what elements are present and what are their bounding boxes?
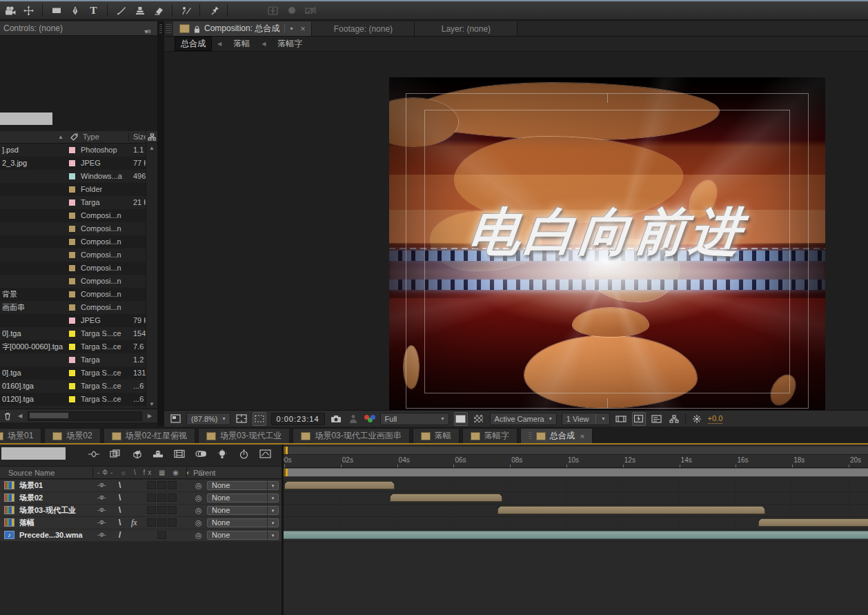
- project-preview-field[interactable]: [0, 113, 52, 125]
- dropdown-arrow-icon[interactable]: ▾: [267, 505, 278, 516]
- snapshot-camera-icon[interactable]: [330, 413, 342, 425]
- eraser-tool-icon[interactable]: [150, 3, 167, 18]
- motion-blur-icon[interactable]: [194, 448, 208, 460]
- project-file-row[interactable]: Composi...n: [0, 262, 146, 275]
- switch-checkbox[interactable]: [147, 518, 156, 527]
- fx-switch[interactable]: fx: [131, 517, 137, 528]
- label-color-swatch[interactable]: [69, 252, 75, 258]
- region-of-interest-icon[interactable]: [253, 412, 266, 426]
- switch-checkbox[interactable]: [157, 494, 166, 502]
- label-color-swatch[interactable]: [69, 357, 75, 363]
- switch-checkbox[interactable]: [157, 506, 166, 514]
- close-icon[interactable]: ×: [580, 432, 584, 440]
- switch-checkbox[interactable]: [147, 506, 156, 514]
- quality-switch[interactable]: /: [119, 529, 121, 540]
- exposure-value[interactable]: +0.0: [708, 414, 723, 424]
- view-layout-select[interactable]: 1 View▾: [562, 413, 610, 425]
- scroll-right-icon[interactable]: ▶: [145, 413, 155, 419]
- mini-flowchart-icon[interactable]: [87, 448, 101, 460]
- pan-behind-tool-icon[interactable]: [20, 3, 37, 18]
- flowchart-view-icon[interactable]: [146, 131, 157, 143]
- project-file-row[interactable]: 0160].tgaTarga S...ce...6: [0, 380, 146, 393]
- shy-switch[interactable]: -Ф-: [97, 517, 106, 528]
- scrollbar-thumb[interactable]: [30, 413, 68, 418]
- panel-divider[interactable]: [157, 21, 164, 427]
- puppet-pin-tool-icon[interactable]: [205, 3, 222, 18]
- layer-duration-bar[interactable]: [758, 518, 868, 527]
- project-vertical-scrollbar[interactable]: ▲ ▼: [146, 131, 157, 409]
- project-list-header[interactable]: ▲ Type Size: [0, 131, 146, 144]
- camera-tool-icon[interactable]: [1, 3, 19, 18]
- label-color-swatch[interactable]: [69, 239, 75, 245]
- label-color-swatch[interactable]: [69, 396, 75, 402]
- roto-brush-tool-icon[interactable]: [177, 3, 195, 18]
- dropdown-arrow-icon[interactable]: ▾: [267, 493, 278, 504]
- viewer-tab[interactable]: Footage: (none): [312, 21, 415, 36]
- project-file-row[interactable]: ].psdPhotoshop1.1: [0, 144, 146, 157]
- label-color-swatch[interactable]: [69, 199, 75, 206]
- layer-row[interactable]: ♪Precede...30.wma-Ф-/◎None▾: [0, 529, 282, 542]
- project-file-row[interactable]: 0].tgaTarga S...ce154: [0, 327, 146, 340]
- switch-checkbox[interactable]: [157, 518, 166, 527]
- layer-duration-bar[interactable]: [284, 481, 395, 489]
- parent-select[interactable]: None▾: [207, 518, 279, 527]
- live-update-icon[interactable]: [130, 448, 144, 460]
- show-snapshot-icon[interactable]: [347, 413, 359, 425]
- parent-select[interactable]: None▾: [207, 506, 279, 515]
- comp-color-swatch[interactable]: [179, 24, 190, 33]
- exposure-reset-icon[interactable]: [691, 413, 703, 425]
- panel-menu-icon[interactable]: ▾≡: [144, 24, 150, 39]
- pick-whip-icon[interactable]: ◎: [195, 529, 202, 540]
- label-color-swatch[interactable]: [69, 226, 75, 232]
- show-channel-icon[interactable]: [364, 415, 375, 423]
- project-file-row[interactable]: Windows...a496: [0, 170, 146, 183]
- column-divider[interactable]: [128, 133, 129, 141]
- pick-whip-icon[interactable]: ◎: [195, 480, 202, 491]
- label-color-swatch[interactable]: [69, 383, 75, 389]
- project-file-row[interactable]: JPEG79 K: [0, 314, 146, 327]
- project-file-row[interactable]: Targa21 K: [0, 196, 146, 209]
- work-area-start-handle[interactable]: [284, 469, 288, 476]
- camera-select[interactable]: Active Camera▾: [490, 413, 557, 425]
- current-time-display[interactable]: 0:00:23:14: [271, 413, 325, 425]
- layer-track[interactable]: [284, 492, 868, 505]
- dropdown-arrow-icon[interactable]: ▾: [267, 530, 278, 541]
- magnification-select[interactable]: (87.8%)▾: [186, 413, 230, 425]
- brainstorm-icon[interactable]: [215, 448, 229, 460]
- viewer-tab[interactable]: Layer: (none): [415, 21, 517, 36]
- label-color-swatch[interactable]: [69, 304, 75, 311]
- layer-track[interactable]: [284, 480, 868, 492]
- draft-3d-icon[interactable]: [108, 448, 122, 460]
- layer-track[interactable]: [284, 529, 868, 542]
- timeline-tab[interactable]: 落幅: [413, 429, 459, 443]
- pen-tool-icon[interactable]: [66, 3, 83, 18]
- switch-checkbox[interactable]: [157, 481, 166, 489]
- shy-switch[interactable]: -Ф-: [97, 492, 106, 503]
- switch-checkbox[interactable]: [168, 518, 177, 527]
- label-color-swatch[interactable]: [69, 147, 75, 153]
- switch-checkbox[interactable]: [157, 531, 166, 539]
- label-column-icon[interactable]: [70, 133, 79, 141]
- layer-track[interactable]: [284, 517, 868, 529]
- panel-grip[interactable]: [166, 24, 172, 33]
- shy-switch[interactable]: -Ф-: [97, 480, 106, 491]
- time-navigator-start-handle[interactable]: [284, 447, 288, 454]
- label-color-swatch[interactable]: [69, 318, 75, 324]
- shy-switch[interactable]: -Ф-: [97, 529, 106, 540]
- project-file-row[interactable]: Composi...n: [0, 275, 146, 288]
- viewer-canvas[interactable]: 电白向前进: [164, 52, 868, 410]
- scroll-down-icon[interactable]: ▼: [146, 399, 157, 409]
- column-divider[interactable]: [92, 467, 93, 478]
- quality-switch[interactable]: \: [119, 517, 121, 528]
- project-file-row[interactable]: Targa1.2: [0, 353, 146, 367]
- label-color-swatch[interactable]: [69, 213, 75, 219]
- quality-switch[interactable]: \: [119, 480, 121, 491]
- dropdown-arrow-icon[interactable]: ▾: [267, 518, 278, 529]
- layer-row[interactable]: 落幅-Ф-\fx◎None▾: [0, 517, 282, 529]
- transparency-grid-icon[interactable]: [473, 413, 485, 425]
- label-color-swatch[interactable]: [69, 265, 75, 271]
- project-file-row[interactable]: Composi...n: [0, 235, 146, 248]
- timeline-panel-icon[interactable]: [651, 413, 663, 425]
- source-name-header[interactable]: Source Name: [8, 469, 55, 477]
- tab-grip[interactable]: [529, 432, 532, 440]
